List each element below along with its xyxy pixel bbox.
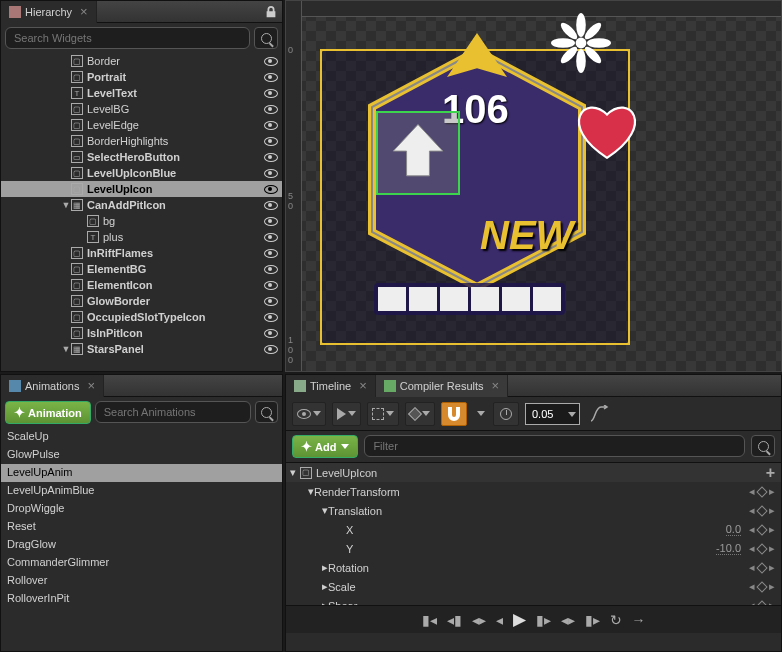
animation-item[interactable]: ScaleUp [1,428,282,446]
step-fwd-keys-button[interactable]: ◂▸ [561,612,575,628]
snap-button[interactable] [441,402,467,426]
animation-item[interactable]: GlowPulse [1,446,282,464]
search-button[interactable] [254,27,278,49]
marquee-button[interactable] [367,402,399,426]
tree-row[interactable]: ▢GlowBorder [1,293,282,309]
hierarchy-tree[interactable]: ▢Border▢PortraitTLevelText▢LevelBG▢Level… [1,53,282,373]
visibility-icon[interactable] [264,201,278,210]
hierarchy-search-input[interactable] [5,27,250,49]
visibility-icon[interactable] [264,105,278,114]
lock-icon[interactable] [264,5,278,19]
play-forward-button[interactable]: ▶ [513,609,526,630]
levelupicon-selection[interactable] [376,111,460,195]
tree-row[interactable]: ▢LevelEdge [1,117,282,133]
animations-search-input[interactable] [95,401,251,423]
tree-row[interactable]: ▢LevelUpIcon [1,181,282,197]
animation-item[interactable]: DragGlow [1,536,282,554]
tree-row[interactable]: Tplus [1,229,282,245]
next-key-button[interactable]: ▮▸ [585,612,600,628]
timeline-tab[interactable]: Timeline × [286,375,376,397]
keys-button[interactable] [405,402,435,426]
compiler-results-tab[interactable]: Compiler Results × [376,375,508,397]
tree-row[interactable]: ▢LevelUpIconBlue [1,165,282,181]
tree-row[interactable]: ▭SelectHeroButton [1,149,282,165]
close-icon[interactable]: × [359,378,367,393]
search-button[interactable] [751,435,775,457]
tree-row[interactable]: TLevelText [1,85,282,101]
snap-options[interactable] [473,402,487,426]
curve-editor-button[interactable] [586,402,612,426]
scale-row[interactable]: ▸ Scale ◂▸ [286,577,781,596]
play-reverse-button[interactable]: ◂ [496,612,503,628]
translation-y-row[interactable]: Y -10.0 ◂▸ [286,539,781,558]
step-forward-button[interactable]: ▮▸ [536,612,551,628]
animation-item[interactable]: LevelUpAnim [1,464,282,482]
render-transform-row[interactable]: ▾ RenderTransform ◂▸ [286,482,781,501]
animation-item[interactable]: Rollover [1,572,282,590]
tree-row[interactable]: ▢bg [1,213,282,229]
visibility-icon[interactable] [264,169,278,178]
animation-item[interactable]: DropWiggle [1,500,282,518]
tree-row[interactable]: ▢ElementBG [1,261,282,277]
translation-row[interactable]: ▾ Translation ◂▸ [286,501,781,520]
translation-x-row[interactable]: X 0.0 ◂▸ [286,520,781,539]
visibility-icon[interactable] [264,57,278,66]
to-end-button[interactable]: → [632,612,646,628]
visibility-icon[interactable] [264,121,278,130]
visibility-icon[interactable] [264,185,278,194]
tree-row[interactable]: ▢Portrait [1,69,282,85]
y-value[interactable]: -10.0 [716,542,741,555]
close-icon[interactable]: × [80,4,88,19]
prev-key-button[interactable]: ◂▮ [447,612,462,628]
close-icon[interactable]: × [492,378,500,393]
add-animation-button[interactable]: ✦Animation [5,401,91,424]
visibility-icon[interactable] [264,265,278,274]
visibility-icon[interactable] [264,249,278,258]
play-button[interactable] [332,402,361,426]
tree-row[interactable]: ▼▦StarsPanel [1,341,282,357]
track-root-row[interactable]: ▾ ▢ LevelUpIcon + [286,463,781,482]
tree-row[interactable]: ▢LevelBG [1,101,282,117]
add-property-button[interactable]: + [766,464,775,482]
to-start-button[interactable]: ▮◂ [422,612,437,628]
visibility-icon[interactable] [264,297,278,306]
animations-list[interactable]: ScaleUpGlowPulseLevelUpAnimLevelUpAnimBl… [1,428,282,608]
visibility-icon[interactable] [264,137,278,146]
close-icon[interactable]: × [87,378,95,393]
search-icon [261,407,272,418]
tree-row[interactable]: ▢BorderHighlights [1,133,282,149]
visibility-icon[interactable] [264,281,278,290]
hierarchy-tab[interactable]: Hierarchy × [1,1,97,23]
tree-row[interactable]: ▢InRiftFlames [1,245,282,261]
visibility-icon[interactable] [264,313,278,322]
x-value[interactable]: 0.0 [726,523,741,536]
visibility-icon[interactable] [264,217,278,226]
loop-button[interactable]: ↻ [610,612,622,628]
view-options-button[interactable] [292,402,326,426]
timeline-filter-input[interactable] [364,435,745,457]
animation-item[interactable]: CommanderGlimmer [1,554,282,572]
rotation-row[interactable]: ▸ Rotation ◂▸ [286,558,781,577]
search-button[interactable] [255,401,278,423]
track-tree[interactable]: ▾ ▢ LevelUpIcon + ▾ RenderTransform ◂▸ ▾… [286,463,781,605]
animation-item[interactable]: RolloverInPit [1,590,282,608]
animations-tab[interactable]: Animations × [1,375,104,397]
tree-row[interactable]: ▼▦CanAddPitIcon [1,197,282,213]
visibility-icon[interactable] [264,153,278,162]
animation-item[interactable]: LevelUpAnimBlue [1,482,282,500]
add-track-button[interactable]: ✦Add [292,435,358,458]
fps-button[interactable] [493,402,519,426]
step-back-keys-button[interactable]: ◂▸ [472,612,486,628]
tree-row[interactable]: ▢OccupiedSlotTypeIcon [1,309,282,325]
tree-row[interactable]: ▢IsInPitIcon [1,325,282,341]
viewport[interactable]: 0 50 100 106 NEW [285,0,782,372]
tree-row[interactable]: ▢ElementIcon [1,277,282,293]
visibility-icon[interactable] [264,329,278,338]
visibility-icon[interactable] [264,73,278,82]
visibility-icon[interactable] [264,233,278,242]
animation-item[interactable]: Reset [1,518,282,536]
visibility-icon[interactable] [264,345,278,354]
visibility-icon[interactable] [264,89,278,98]
shear-row[interactable]: ▸ Shear ◂▸ [286,596,781,605]
tree-row[interactable]: ▢Border [1,53,282,69]
